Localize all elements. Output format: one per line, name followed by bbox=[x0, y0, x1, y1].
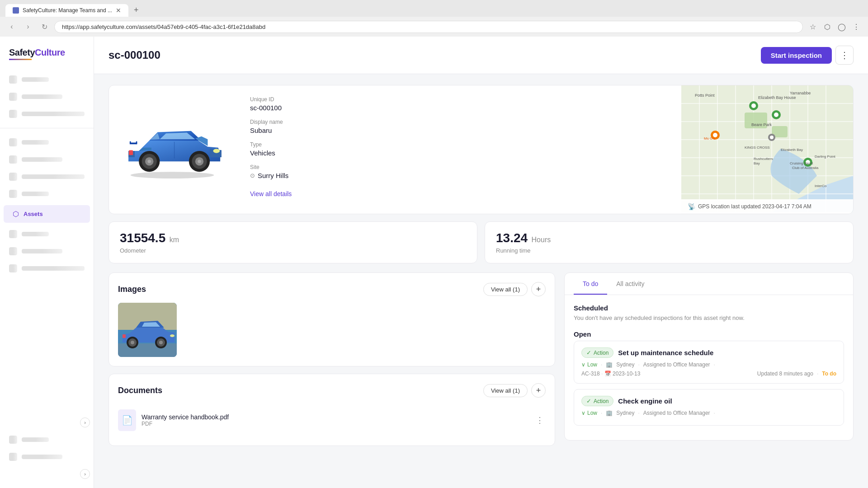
action-title-2: Check engine oil bbox=[618, 397, 672, 405]
logo-text: SafetyCulture bbox=[9, 47, 85, 58]
sidebar-item-assets[interactable]: ⬡ Assets bbox=[4, 205, 90, 223]
sidebar-skeleton-12 bbox=[0, 448, 94, 465]
svg-point-39 bbox=[770, 136, 774, 139]
sidebar-expand-mid: › bbox=[0, 416, 94, 429]
start-inspection-button[interactable]: Start inspection bbox=[761, 47, 832, 64]
images-add-button[interactable]: + bbox=[531, 282, 546, 296]
svg-text:Club of Australia: Club of Australia bbox=[792, 166, 819, 170]
odometer-card: 31554.5 km Odometer bbox=[108, 221, 477, 263]
tab-favicon bbox=[13, 7, 19, 14]
display-name-value: Subaru bbox=[250, 127, 667, 134]
image-thumbnail-1[interactable] bbox=[118, 303, 177, 357]
profile-button[interactable]: ◯ bbox=[835, 20, 848, 33]
action-item-1: ✓ Action Set up maintenance schedule ∨ bbox=[574, 341, 844, 384]
svg-text:InterCo: InterCo bbox=[815, 184, 827, 188]
sidebar-section-bottom bbox=[0, 429, 94, 467]
images-view-all-button[interactable]: View all (1) bbox=[483, 283, 528, 296]
svg-point-8 bbox=[148, 160, 151, 163]
action-badge-1: ✓ Action bbox=[581, 347, 613, 358]
new-tab-button[interactable]: + bbox=[130, 4, 142, 17]
bookmark-button[interactable]: ☆ bbox=[807, 20, 819, 33]
extensions-button[interactable]: ⬡ bbox=[821, 20, 834, 33]
sidebar-expand-bottom-button[interactable]: › bbox=[80, 469, 90, 479]
action-id-text-1: AC-318 bbox=[581, 371, 600, 377]
svg-text:KINGS CROSS: KINGS CROSS bbox=[745, 145, 770, 150]
action-badge-label-2: Action bbox=[594, 398, 609, 404]
action-item-2: ✓ Action Check engine oil ∨ Low bbox=[574, 389, 844, 426]
action-badge-label-1: Action bbox=[594, 350, 609, 356]
sidebar-skeleton-10 bbox=[0, 260, 94, 277]
document-menu-button[interactable]: ⋮ bbox=[534, 413, 546, 427]
skeleton-icon-11 bbox=[9, 436, 17, 444]
sidebar-skeleton-1 bbox=[0, 71, 94, 88]
odometer-value-row: 31554.5 km bbox=[120, 231, 466, 245]
priority-label-2: Low bbox=[587, 410, 597, 416]
action-title-1: Set up maintenance schedule bbox=[618, 349, 713, 357]
documents-section-header: Documents View all (1) + bbox=[118, 383, 546, 398]
sidebar-skeleton-11 bbox=[0, 431, 94, 448]
skeleton-icon-12 bbox=[9, 453, 17, 461]
thumb-car-svg bbox=[118, 303, 177, 357]
logo-culture: Culture bbox=[35, 47, 65, 57]
odometer-label: Odometer bbox=[120, 247, 466, 254]
action-item-2-header: ✓ Action Check engine oil bbox=[581, 396, 836, 406]
reload-button[interactable]: ↻ bbox=[38, 20, 51, 33]
assets-icon: ⬡ bbox=[13, 210, 19, 218]
images-actions: View all (1) + bbox=[483, 282, 546, 296]
back-button[interactable]: ‹ bbox=[5, 20, 18, 33]
skeleton-icon-4 bbox=[9, 138, 17, 146]
action-id-1: AC-318 · 📅 2023-10-13 bbox=[581, 371, 640, 377]
documents-view-all-button[interactable]: View all (1) bbox=[483, 384, 528, 397]
priority-label-1: Low bbox=[587, 361, 597, 368]
asset-info-section: Unique ID sc-000100 Display name Subaru … bbox=[236, 85, 681, 214]
skeleton-icon-2 bbox=[9, 93, 17, 101]
priority-icon-1: ∨ Low bbox=[581, 361, 597, 368]
action-item-1-header: ✓ Action Set up maintenance schedule bbox=[581, 347, 836, 358]
updated-text-1: Updated 8 minutes ago bbox=[757, 371, 813, 377]
car-svg bbox=[118, 113, 226, 180]
document-type: PDF bbox=[142, 421, 528, 427]
image-grid bbox=[118, 303, 546, 357]
tab-close-button[interactable]: ✕ bbox=[116, 7, 121, 14]
browser-tab-active[interactable]: SafetyCulture: Manage Teams and ... ✕ bbox=[5, 4, 128, 17]
browser-actions: ☆ ⬡ ◯ ⋮ bbox=[807, 20, 863, 33]
svg-text:Potts Point: Potts Point bbox=[695, 93, 715, 98]
address-bar[interactable]: https://app.safetyculture.com/assets/04a… bbox=[54, 21, 803, 33]
sep-2: · bbox=[638, 361, 639, 368]
type-label: Type bbox=[250, 141, 667, 148]
action-footer-1: AC-318 · 📅 2023-10-13 Updated 8 minutes … bbox=[581, 371, 836, 377]
menu-button[interactable]: ⋮ bbox=[850, 20, 863, 33]
browser-chrome: SafetyCulture: Manage Teams and ... ✕ + bbox=[0, 0, 868, 17]
more-options-button[interactable]: ⋮ bbox=[835, 46, 854, 65]
document-name: Warranty service handbook.pdf bbox=[142, 413, 528, 421]
documents-add-button[interactable]: + bbox=[531, 383, 546, 398]
svg-point-33 bbox=[751, 103, 756, 108]
site-pin-icon: ⊙ bbox=[250, 172, 255, 179]
skeleton-text-3 bbox=[22, 112, 85, 116]
skeleton-text-10 bbox=[22, 266, 85, 271]
site-value-row: ⊙ Surry Hills bbox=[250, 172, 667, 179]
tab-all-activity[interactable]: All activity bbox=[607, 273, 653, 295]
left-column: Images View all (1) + bbox=[108, 272, 555, 446]
svg-text:Elizabeth Bay: Elizabeth Bay bbox=[781, 148, 803, 152]
images-section-header: Images View all (1) + bbox=[118, 282, 546, 296]
forward-button[interactable]: › bbox=[22, 20, 34, 33]
view-all-details-link[interactable]: View all details bbox=[250, 190, 292, 197]
scheduled-section: Scheduled You don't have any scheduled i… bbox=[574, 304, 844, 321]
skeleton-text-5 bbox=[22, 157, 62, 162]
asset-image bbox=[118, 113, 226, 186]
sidebar-expand-button[interactable]: › bbox=[80, 418, 90, 427]
gps-text: GPS location last updated 2023-04-17 7:0… bbox=[698, 203, 811, 210]
images-title: Images bbox=[118, 285, 146, 294]
svg-point-0 bbox=[131, 172, 214, 178]
page-title: sc-000100 bbox=[108, 49, 160, 61]
activity-tabs: To do All activity bbox=[565, 273, 853, 295]
map-placeholder: Potts Point Elizabeth Bay House Yarranab… bbox=[681, 85, 853, 214]
sidebar-skeleton-4 bbox=[0, 134, 94, 151]
sidebar-expand-bottom: › bbox=[0, 467, 94, 481]
documents-actions: View all (1) + bbox=[483, 383, 546, 398]
tab-todo[interactable]: To do bbox=[574, 273, 607, 295]
location-icon-2: 🏢 bbox=[606, 410, 613, 416]
action-status-1: Updated 8 minutes ago · To do bbox=[757, 371, 836, 377]
assets-label: Assets bbox=[24, 211, 43, 217]
